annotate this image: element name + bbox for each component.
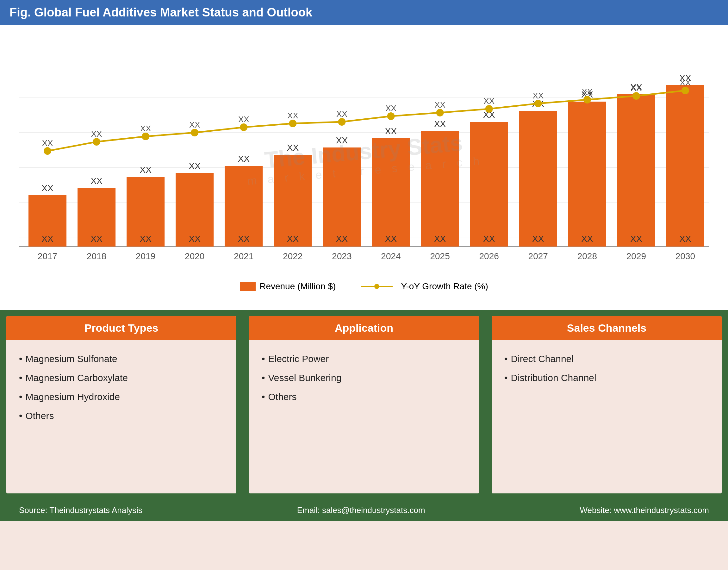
line-dot-2024	[387, 112, 395, 120]
bar-2029	[617, 94, 655, 247]
svg-text:2029: 2029	[627, 251, 646, 261]
product-type-item-3: Magnesium Hydroxide	[19, 387, 224, 406]
bar-2028	[568, 101, 606, 247]
footer-email: Email: sales@theindustrystats.com	[297, 506, 425, 515]
legend-growth: Y-oY Growth Rate (%)	[361, 281, 488, 291]
line-dot-2030	[682, 87, 689, 94]
svg-text:XX: XX	[631, 83, 642, 93]
line-dot-2017	[44, 147, 51, 155]
line-dot-2026	[485, 105, 493, 113]
svg-text:XX: XX	[41, 234, 53, 244]
legend-line-growth	[361, 284, 393, 289]
chart-section: The Industry Stats m a r k e t r e s e a…	[0, 25, 728, 310]
svg-text:XX: XX	[139, 165, 151, 175]
svg-text:XX: XX	[336, 135, 348, 145]
svg-text:XX: XX	[42, 138, 53, 148]
product-types-list: Magnesium Sulfonate Magnesium Carboxylat…	[19, 349, 224, 425]
svg-text:XX: XX	[90, 176, 102, 186]
svg-text:XX: XX	[532, 91, 543, 100]
svg-text:2024: 2024	[381, 251, 401, 261]
svg-text:XX: XX	[139, 234, 151, 244]
svg-text:2027: 2027	[528, 251, 548, 261]
svg-text:XX: XX	[532, 234, 544, 244]
legend-revenue-label: Revenue (Million $)	[260, 281, 336, 291]
bar-2027	[519, 111, 557, 247]
svg-text:XX: XX	[434, 234, 446, 244]
product-type-item-1: Magnesium Sulfonate	[19, 349, 224, 368]
chart-area: The Industry Stats m a r k e t r e s e a…	[19, 38, 709, 278]
svg-text:XX: XX	[385, 234, 397, 244]
page-header: Fig. Global Fuel Additives Market Status…	[0, 0, 728, 25]
svg-text:XX: XX	[385, 103, 396, 113]
bar-2024	[372, 138, 410, 247]
legend-revenue: Revenue (Million $)	[240, 281, 336, 291]
legend-line-bar-2	[377, 286, 393, 287]
svg-text:XX: XX	[679, 234, 691, 244]
svg-text:2028: 2028	[578, 251, 597, 261]
footer-bar: Source: Theindustrystats Analysis Email:…	[0, 500, 728, 521]
svg-text:XX: XX	[287, 234, 299, 244]
bar-2026	[470, 122, 508, 247]
bar-2025	[421, 131, 459, 247]
svg-text:2025: 2025	[430, 251, 450, 261]
application-list: Electric Power Vessel Bunkering Others	[262, 349, 466, 406]
line-dot-2025	[436, 109, 444, 116]
page-title: Fig. Global Fuel Additives Market Status…	[9, 6, 312, 19]
sales-channels-header: Sales Channels	[492, 316, 722, 340]
line-dot-2019	[142, 132, 149, 140]
svg-text:2019: 2019	[136, 251, 155, 261]
bottom-section: Product Types Magnesium Sulfonate Magnes…	[0, 310, 728, 500]
svg-text:XX: XX	[41, 183, 53, 193]
svg-text:2021: 2021	[234, 251, 254, 261]
chart-svg: XX XX 2017 XX XX 2018 XX XX 2019 XX XX 2…	[19, 38, 709, 278]
svg-text:2020: 2020	[185, 251, 205, 261]
svg-text:XX: XX	[238, 154, 250, 164]
application-item-2: Vessel Bunkering	[262, 368, 466, 387]
svg-text:XX: XX	[581, 234, 593, 244]
bar-2023	[323, 148, 361, 247]
svg-text:XX: XX	[336, 109, 347, 119]
product-type-item-4: Others	[19, 406, 224, 425]
svg-text:XX: XX	[238, 114, 249, 124]
line-dot-2021	[240, 123, 248, 131]
svg-text:2022: 2022	[283, 251, 303, 261]
line-dot-2029	[633, 92, 640, 100]
svg-text:XX: XX	[140, 124, 151, 133]
application-card: Application Electric Power Vessel Bunker…	[249, 316, 479, 493]
line-dot-2020	[191, 129, 199, 136]
product-type-item-2: Magnesium Carboxylate	[19, 368, 224, 387]
line-dot-2022	[289, 119, 297, 127]
svg-text:XX: XX	[238, 234, 250, 244]
product-types-body: Magnesium Sulfonate Magnesium Carboxylat…	[6, 340, 236, 435]
svg-text:XX: XX	[434, 119, 446, 129]
svg-text:XX: XX	[90, 234, 102, 244]
product-types-card: Product Types Magnesium Sulfonate Magnes…	[6, 316, 236, 493]
application-item-3: Others	[262, 387, 466, 406]
bar-2022	[274, 155, 312, 247]
svg-text:XX: XX	[189, 234, 201, 244]
svg-text:2018: 2018	[87, 251, 106, 261]
application-header: Application	[249, 316, 479, 340]
line-dot-2018	[93, 138, 100, 146]
footer-source: Source: Theindustrystats Analysis	[19, 506, 142, 515]
bar-2030	[666, 85, 704, 247]
svg-text:XX: XX	[287, 143, 299, 153]
svg-text:XX: XX	[91, 129, 102, 138]
line-dot-2028	[584, 96, 591, 103]
svg-text:XX: XX	[434, 100, 445, 109]
svg-text:2026: 2026	[479, 251, 499, 261]
application-item-1: Electric Power	[262, 349, 466, 368]
sales-channel-item-2: Distribution Channel	[504, 368, 709, 387]
svg-text:XX: XX	[483, 96, 494, 106]
footer-website: Website: www.theindustrystats.com	[580, 506, 709, 515]
legend-rect-revenue	[240, 282, 256, 291]
sales-channels-list: Direct Channel Distribution Channel	[504, 349, 709, 387]
sales-channel-item-1: Direct Channel	[504, 349, 709, 368]
svg-text:XX: XX	[287, 111, 298, 120]
svg-text:XX: XX	[189, 120, 200, 129]
legend-growth-label: Y-oY Growth Rate (%)	[401, 281, 488, 291]
svg-text:XX: XX	[680, 78, 691, 87]
sales-channels-body: Direct Channel Distribution Channel	[492, 340, 722, 397]
line-dot-2027	[534, 100, 542, 107]
svg-text:XX: XX	[385, 126, 397, 136]
